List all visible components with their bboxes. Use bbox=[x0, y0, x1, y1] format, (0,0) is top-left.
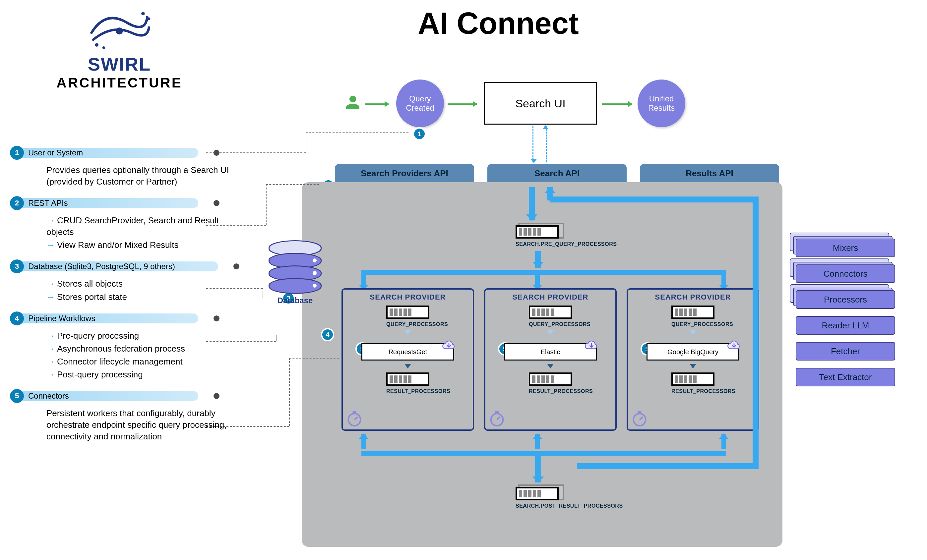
api-tab-providers: Search Providers API bbox=[335, 164, 474, 182]
svg-point-2 bbox=[141, 12, 145, 15]
flow-arrow-icon bbox=[722, 275, 726, 290]
return-loop bbox=[550, 196, 756, 202]
svg-point-1 bbox=[102, 46, 105, 49]
svg-point-4 bbox=[116, 27, 123, 35]
flow-arrow-icon bbox=[722, 434, 726, 449]
arrow-icon bbox=[365, 103, 389, 105]
legend-item: 2REST APIs →CRUD SearchProvider, Search … bbox=[10, 196, 242, 251]
legend-item: 5Connectors Persistent workers that conf… bbox=[10, 389, 242, 442]
collection-bar bbox=[362, 451, 726, 456]
stopwatch-icon bbox=[488, 409, 506, 427]
capability-item: Mixers bbox=[796, 238, 895, 257]
provider-title: SEARCH PROVIDER bbox=[485, 293, 615, 302]
connector-box: Elastic bbox=[504, 343, 597, 361]
stopwatch-icon bbox=[631, 409, 649, 427]
arrow-icon bbox=[690, 330, 696, 335]
unified-results-node: Unified Results bbox=[638, 79, 685, 127]
connector-line bbox=[276, 335, 319, 335]
stopwatch-icon bbox=[345, 409, 363, 427]
arrow-icon bbox=[404, 364, 411, 369]
svg-point-8 bbox=[491, 414, 503, 426]
api-tabs: Search Providers API Search API Results … bbox=[335, 164, 779, 182]
flow-arrow-icon bbox=[535, 456, 541, 483]
flow-arrow-icon bbox=[362, 434, 366, 449]
pre-query-processors: SEARCH.PRE_QUERY_PROCESSORS bbox=[515, 225, 617, 247]
cloud-download-icon bbox=[727, 339, 741, 352]
capability-item: Connectors bbox=[796, 264, 895, 283]
return-loop bbox=[752, 196, 758, 468]
step-badge-1: 1 bbox=[413, 127, 426, 141]
svg-line-10 bbox=[497, 417, 500, 420]
user-icon bbox=[345, 94, 361, 110]
return-loop bbox=[577, 463, 758, 469]
arrow-icon bbox=[690, 364, 696, 369]
capability-stack: Mixers Connectors Processors Reader LLM … bbox=[796, 238, 895, 386]
swirl-galaxy-icon bbox=[85, 7, 154, 50]
legend-item: 1User or System Provides queries optiona… bbox=[10, 146, 242, 188]
search-provider-box: SEARCH PROVIDER QUERY_PROCESSORS 5 Googl… bbox=[627, 288, 759, 431]
diagram-title: AI Connect bbox=[418, 6, 579, 41]
logo-block: SWIRL ARCHITECTURE bbox=[46, 7, 192, 91]
capability-item: Reader LLM bbox=[796, 316, 895, 335]
flow-arrow-icon bbox=[535, 251, 541, 268]
api-tab-search: Search API bbox=[487, 164, 627, 182]
database-icon bbox=[269, 240, 322, 294]
connector-line bbox=[289, 358, 339, 358]
connector-box: RequestsGet bbox=[362, 343, 454, 361]
svg-rect-9 bbox=[495, 411, 499, 413]
flow-arrow-icon bbox=[535, 275, 540, 290]
flow-line bbox=[546, 126, 547, 162]
svg-point-3 bbox=[147, 18, 150, 20]
svg-rect-6 bbox=[353, 411, 356, 413]
connector-line bbox=[266, 184, 319, 185]
legend-item: 4Pipeline Workflows →Pre-query processin… bbox=[10, 311, 242, 380]
provider-title: SEARCH PROVIDER bbox=[343, 293, 473, 302]
capability-item: Fetcher bbox=[796, 342, 895, 361]
connector-line bbox=[289, 358, 290, 426]
svg-point-5 bbox=[348, 414, 361, 426]
step-badge-4: 4 bbox=[321, 328, 334, 341]
connector-line bbox=[276, 335, 277, 341]
svg-point-11 bbox=[634, 414, 646, 426]
api-tab-results: Results API bbox=[640, 164, 779, 182]
post-result-processors: SEARCH.POST_RESULT_PROCESSORS bbox=[515, 487, 623, 509]
flow-arrow-icon bbox=[529, 187, 535, 220]
search-provider-box: SEARCH PROVIDER QUERY_PROCESSORS 5 Reque… bbox=[342, 288, 474, 431]
connector-line bbox=[263, 288, 263, 298]
legend: 1User or System Provides queries optiona… bbox=[10, 146, 242, 451]
brand-subtitle: ARCHITECTURE bbox=[46, 75, 192, 91]
brand-name: SWIRL bbox=[46, 53, 192, 75]
svg-line-13 bbox=[640, 417, 643, 420]
arrow-icon bbox=[547, 364, 554, 369]
arrow-icon bbox=[448, 103, 477, 105]
arrow-icon bbox=[404, 330, 411, 335]
search-ui-box: Search UI bbox=[484, 82, 597, 124]
database-block: Database bbox=[262, 244, 328, 305]
query-created-node: Query Created bbox=[396, 79, 444, 127]
provider-title: SEARCH PROVIDER bbox=[628, 293, 758, 302]
connector-box: Google BigQuery bbox=[646, 343, 739, 361]
capability-item: Processors bbox=[796, 290, 895, 309]
flow-line bbox=[532, 126, 533, 162]
svg-point-0 bbox=[95, 43, 99, 47]
connector-line bbox=[306, 132, 306, 152]
svg-rect-12 bbox=[638, 411, 641, 413]
distribution-bar bbox=[362, 270, 726, 275]
flow-arrow-icon bbox=[535, 434, 540, 449]
svg-line-7 bbox=[354, 417, 358, 420]
arrow-icon bbox=[547, 330, 554, 335]
cloud-download-icon bbox=[442, 339, 456, 352]
search-providers-row: SEARCH PROVIDER QUERY_PROCESSORS 5 Reque… bbox=[342, 288, 759, 431]
flow-arrow-icon bbox=[362, 275, 366, 290]
cloud-download-icon bbox=[584, 339, 599, 352]
capability-item: Text Extractor bbox=[796, 368, 895, 386]
arrow-icon bbox=[602, 103, 632, 105]
legend-item: 3Database (Sqlite3, PostgreSQL, 9 others… bbox=[10, 260, 242, 302]
connector-line bbox=[306, 132, 409, 132]
connector-line bbox=[266, 184, 267, 225]
search-provider-box: SEARCH PROVIDER QUERY_PROCESSORS 5 Elast… bbox=[484, 288, 617, 431]
